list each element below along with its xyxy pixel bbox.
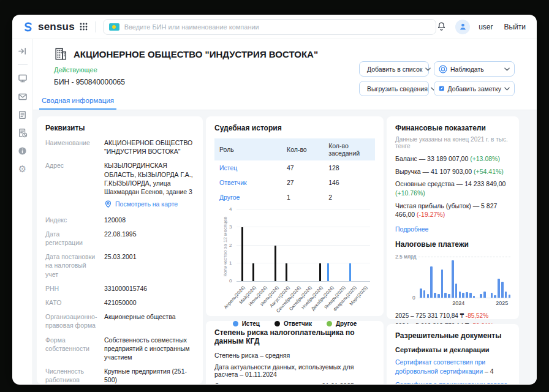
- finance-more-link[interactable]: Подробнее: [395, 225, 428, 233]
- requisite-label: Организационно-правовая форма: [45, 312, 98, 330]
- requisite-value: 120008: [104, 216, 126, 224]
- gridline: [237, 245, 370, 246]
- view-on-map-label: Посмотреть на карте: [115, 200, 178, 208]
- requisite-row: Форма собственности Собственность совмес…: [45, 336, 194, 362]
- kazakhstan-flag-icon: [109, 23, 119, 31]
- gridline: [237, 227, 370, 227]
- export-label: Выгрузить сведения: [367, 85, 428, 92]
- tab-summary[interactable]: Сводная информация: [39, 94, 116, 110]
- tax-bar: [498, 279, 500, 299]
- tax-chart-zero-label: 0: [412, 295, 415, 301]
- table-row: Другое 1 2: [214, 190, 375, 205]
- page-title: АКЦИОНЕРНОЕ ОБЩЕСТВО "ИНДУСТРИЯ ВОСТОКА": [74, 49, 318, 59]
- finance-delta: (+10.76%): [395, 189, 425, 197]
- finance-delta: (+54.41%): [474, 168, 504, 175]
- table-row: Ответчик 27 146: [214, 175, 375, 190]
- court-table-header: Роль Кол-во Кол-во заседаний: [214, 138, 375, 160]
- certificate-link[interactable]: Сертификат соответствия при добровольной…: [395, 358, 485, 375]
- add-note-button[interactable]: Добавить заметку: [434, 81, 515, 96]
- document-icon[interactable]: [18, 110, 27, 119]
- search-bar[interactable]: [103, 19, 436, 35]
- apps-grid-icon[interactable]: [80, 23, 88, 31]
- building-icon: [54, 47, 67, 61]
- requisite-value: Акционерные общества: [104, 312, 175, 330]
- requisite-value: 331000015746: [104, 284, 147, 293]
- notifications-bell-icon[interactable]: [436, 21, 447, 32]
- content-area: Реквизиты Наименование АКЦИОНЕРНОЕ ОБЩЕС…: [33, 110, 537, 384]
- requisite-label: Дата регистрации: [45, 230, 98, 247]
- requisite-value: КЫЗЫЛОРДИНСКАЯ ОБЛАСТЬ, КЫЗЫЛОРДА Г.А., …: [104, 161, 194, 209]
- court-chart-xlabels: Апрель(2024)Май(2024)Июнь(2024)Июль(2024…: [237, 283, 370, 314]
- tax-bar: [441, 270, 444, 299]
- requisite-label: КАТО: [45, 298, 98, 307]
- note-icon: [439, 85, 445, 92]
- tax-delta: -85,52%: [466, 312, 488, 319]
- tax-chart-bars: [420, 257, 509, 298]
- requisite-value: 22.08.1995: [104, 230, 137, 247]
- court-bar: [327, 263, 329, 281]
- tax-bar: [420, 288, 422, 298]
- add-note-label: Добавить заметку: [448, 85, 501, 92]
- finance-card: Финансовые показатели Данные указаны на …: [387, 116, 519, 319]
- add-to-list-button[interactable]: Добавить в список: [359, 61, 429, 77]
- tax-chart-ymax-label: 2.5 млрд: [395, 254, 416, 260]
- role-plaintiff-link[interactable]: Истец: [219, 164, 237, 172]
- gear-icon[interactable]: ⚙: [18, 164, 26, 173]
- permits-card: Разрешительные документы Сертификаты и д…: [387, 324, 519, 384]
- chevron-down-icon: [504, 67, 510, 71]
- sidebar: ⚙: [12, 39, 33, 384]
- mail-icon[interactable]: [18, 92, 28, 102]
- role-defendant-link[interactable]: Ответчик: [219, 179, 247, 186]
- add-to-list-label: Добавить в список: [367, 66, 422, 73]
- finance-delta: (+13.08%): [470, 155, 500, 162]
- requisite-value: Собственность совместных предприятий с и…: [104, 336, 194, 362]
- cell-sessions: 128: [324, 160, 375, 175]
- certificate-link[interactable]: Сертификат о происхождении товара формы …: [395, 381, 507, 384]
- gridline: [237, 209, 370, 209]
- watch-button[interactable]: Наблюдать: [434, 61, 515, 77]
- requisite-row: Дата регистрации 22.08.1995: [45, 230, 194, 247]
- role-other-link[interactable]: Другое: [219, 194, 240, 201]
- y-tick-label: 3: [229, 224, 232, 230]
- tax-x-label: 2024: [452, 300, 464, 306]
- info-icon[interactable]: [18, 146, 27, 156]
- legend-dot: [233, 321, 238, 326]
- avatar[interactable]: [455, 20, 470, 34]
- monitor-icon[interactable]: [18, 74, 28, 83]
- col-count: Кол-во: [282, 138, 324, 160]
- legend-item: Другое: [327, 320, 357, 327]
- tax-bar: [423, 290, 426, 299]
- requisite-value: 25.03.2001: [104, 252, 137, 279]
- tax-chart: 2.5 млрд 0 20242025: [395, 251, 510, 307]
- logout-button[interactable]: Выйти: [504, 23, 526, 31]
- tax-chart-xlabels: 20242025: [420, 300, 510, 307]
- requisites-card: Реквизиты Наименование АКЦИОНЕРНОЕ ОБЩЕС…: [37, 116, 203, 384]
- finance-item: Чистая прибыль (убыток) — 5 827 466,00 (…: [395, 202, 510, 219]
- requisite-label: Форма собственности: [45, 336, 98, 362]
- app-window: sensus: [12, 15, 537, 385]
- legend-dot: [274, 321, 280, 326]
- user-name[interactable]: user: [479, 23, 493, 31]
- finance-item: Баланс — 33 189 007,00 (+13.08%): [395, 154, 510, 164]
- permit-item: Сертификат соответствия при добровольной…: [395, 358, 510, 376]
- requisite-row: РНН 331000015746: [45, 284, 194, 293]
- brand-logo[interactable]: sensus: [22, 21, 75, 33]
- risk-card: Степень риска налогоплательщика по данны…: [206, 321, 384, 384]
- topbar: sensus: [12, 15, 537, 39]
- document-clock-icon[interactable]: [18, 128, 28, 138]
- requisite-value: 421050000: [104, 298, 137, 307]
- finance-title: Финансовые показатели: [395, 124, 510, 132]
- tax-year-line: 2025 – 725 331 710,84 ₸ -85,52%: [395, 312, 510, 319]
- tabs-bar: Сводная информация: [33, 94, 537, 110]
- view-on-map-link[interactable]: Посмотреть на карте: [104, 200, 178, 208]
- requisite-row: Дата постановки на налоговый учет 25.03.…: [45, 252, 194, 279]
- topbar-right: user Выйти: [436, 20, 526, 34]
- requisite-label: РНН: [45, 284, 98, 293]
- requisite-row: Адрес КЫЗЫЛОРДИНСКАЯ ОБЛАСТЬ, КЫЗЫЛОРДА …: [45, 161, 194, 209]
- search-input[interactable]: [124, 23, 430, 31]
- collapse-sidebar-icon[interactable]: [18, 47, 27, 56]
- map-pin-icon: [104, 200, 112, 208]
- export-button[interactable]: Выгрузить сведения: [359, 81, 429, 96]
- requisite-value: Крупные предприятия (251-500): [104, 367, 194, 384]
- y-tick-label: 4: [229, 206, 232, 212]
